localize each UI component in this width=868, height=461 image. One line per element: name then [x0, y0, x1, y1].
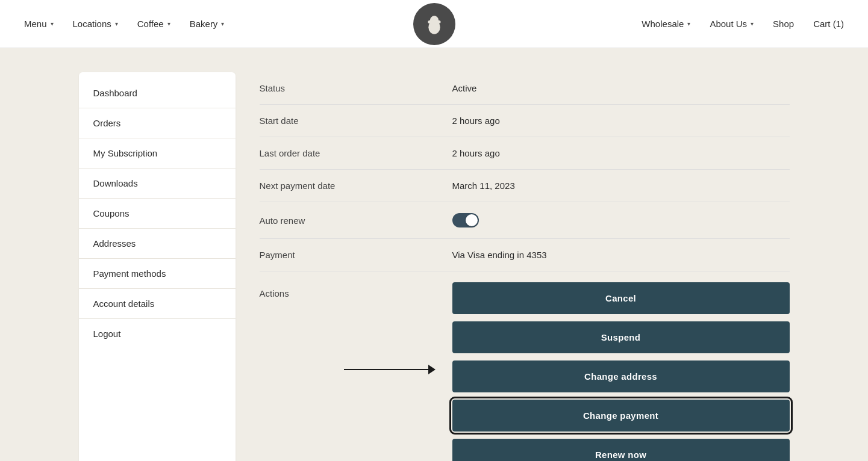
sidebar-item-account-details[interactable]: Account details	[79, 289, 236, 319]
start-date-row: Start date 2 hours ago	[260, 105, 790, 137]
payment-label: Payment	[260, 250, 452, 260]
nav-right: Wholesale ▾ About Us ▾ Shop Cart (1)	[642, 19, 844, 29]
change-address-button[interactable]: Change address	[452, 360, 790, 392]
start-date-label: Start date	[260, 116, 452, 126]
auto-renew-label: Auto renew	[260, 215, 452, 226]
change-payment-button[interactable]: Change payment	[452, 400, 790, 432]
nav-shop[interactable]: Shop	[773, 19, 794, 29]
site-logo[interactable]	[413, 3, 455, 45]
subscription-detail: Status Active Start date 2 hours ago Las…	[260, 72, 790, 461]
svg-point-3	[436, 20, 440, 23]
arrow-annotation	[344, 365, 436, 374]
nav-left: Menu ▾ Locations ▾ Coffee ▾ Bakery ▾	[24, 19, 224, 29]
last-order-date-label: Last order date	[260, 148, 452, 158]
sidebar-item-downloads[interactable]: Downloads	[79, 169, 236, 199]
next-payment-date-value: March 11, 2023	[452, 181, 790, 191]
status-row: Status Active	[260, 72, 790, 105]
cancel-button[interactable]: Cancel	[452, 282, 790, 314]
nav-coffee[interactable]: Coffee ▾	[137, 19, 170, 29]
status-value: Active	[452, 83, 790, 93]
coffee-chevron-icon: ▾	[167, 20, 170, 27]
svg-point-4	[431, 19, 437, 23]
actions-row: Actions Cancel Suspend Change address Ch…	[260, 271, 790, 461]
nav-cart[interactable]: Cart (1)	[813, 19, 844, 29]
next-payment-date-row: Next payment date March 11, 2023	[260, 170, 790, 202]
nav-about-us[interactable]: About Us ▾	[710, 19, 754, 29]
arrow-head-icon	[428, 365, 436, 374]
sidebar-item-orders[interactable]: Orders	[79, 108, 236, 138]
account-sidebar: Dashboard Orders My Subscription Downloa…	[79, 72, 236, 461]
sidebar-item-addresses[interactable]: Addresses	[79, 229, 236, 259]
site-header: Menu ▾ Locations ▾ Coffee ▾ Bakery ▾	[0, 0, 868, 48]
sidebar-item-my-subscription[interactable]: My Subscription	[79, 138, 236, 169]
suspend-button[interactable]: Suspend	[452, 321, 790, 353]
nav-bakery[interactable]: Bakery ▾	[190, 19, 225, 29]
sidebar-item-coupons[interactable]: Coupons	[79, 199, 236, 229]
menu-chevron-icon: ▾	[51, 20, 54, 27]
renew-now-button[interactable]: Renew now	[452, 439, 790, 461]
nav-menu[interactable]: Menu ▾	[24, 19, 54, 29]
status-label: Status	[260, 83, 452, 93]
sidebar-item-payment-methods[interactable]: Payment methods	[79, 259, 236, 289]
payment-value: Via Visa ending in 4353	[452, 250, 790, 260]
locations-chevron-icon: ▾	[115, 20, 118, 27]
nav-wholesale[interactable]: Wholesale ▾	[642, 19, 690, 29]
arrow-line	[344, 369, 428, 370]
auto-renew-value	[452, 213, 790, 227]
next-payment-date-label: Next payment date	[260, 181, 452, 191]
last-order-date-row: Last order date 2 hours ago	[260, 137, 790, 170]
start-date-value: 2 hours ago	[452, 116, 790, 126]
auto-renew-toggle[interactable]	[452, 213, 479, 227]
wholesale-chevron-icon: ▾	[687, 20, 690, 27]
toggle-knob	[466, 214, 478, 226]
svg-rect-6	[435, 25, 437, 31]
sidebar-item-dashboard[interactable]: Dashboard	[79, 78, 236, 108]
payment-row: Payment Via Visa ending in 4353	[260, 239, 790, 271]
actions-buttons: Cancel Suspend Change address Change pay…	[452, 282, 790, 461]
auto-renew-row: Auto renew	[260, 202, 790, 239]
nav-locations[interactable]: Locations ▾	[73, 19, 118, 29]
svg-point-2	[428, 20, 432, 23]
actions-label: Actions	[260, 282, 452, 299]
svg-rect-5	[430, 25, 432, 31]
last-order-date-value: 2 hours ago	[452, 148, 790, 158]
main-content: Dashboard Orders My Subscription Downloa…	[43, 48, 826, 461]
bakery-chevron-icon: ▾	[221, 20, 224, 27]
sidebar-item-logout[interactable]: Logout	[79, 319, 236, 348]
about-chevron-icon: ▾	[751, 20, 754, 27]
